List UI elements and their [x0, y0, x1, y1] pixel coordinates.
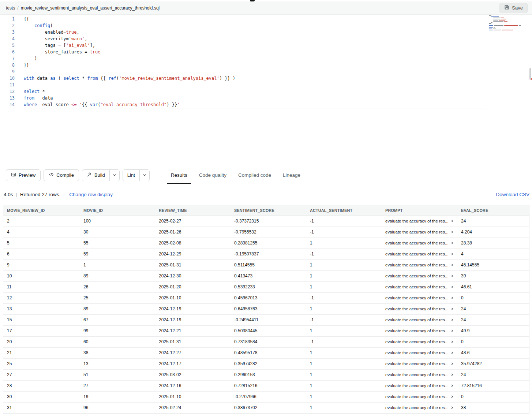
cell-prompt[interactable]: evaluate the accuracy of the res... [382, 248, 457, 259]
cell-review-time: 2025-01-10 [155, 292, 231, 303]
code-line[interactable]: 6 store_failures = true [0, 49, 532, 55]
cell-movie-review-id: 13 [3, 303, 80, 314]
cell-eval-score: 4.204 [457, 227, 529, 238]
preview-button[interactable]: Preview [6, 169, 41, 181]
code-text: from data [23, 95, 53, 101]
cell-eval-score: 24 [457, 314, 529, 325]
expand-prompt-icon [450, 318, 454, 322]
code-line[interactable]: 2 config( [0, 22, 532, 29]
cell-prompt[interactable]: evaluate the accuracy of the res... [382, 369, 457, 380]
code-line[interactable]: 5 tags = ['ai_eval'], [0, 42, 532, 49]
breadcrumb-file: movie_review_sentiment_analysis_eval_ass… [21, 5, 160, 11]
code-line[interactable]: 9 [0, 68, 532, 75]
tab-results[interactable]: Results [165, 167, 193, 184]
cell-actual-sentiment: -1 [306, 216, 382, 227]
expand-prompt-icon [450, 340, 454, 344]
cell-movie-id: 38 [80, 347, 155, 358]
prompt-expand[interactable]: evaluate the accuracy of the res... [385, 373, 454, 377]
prompt-expand[interactable]: evaluate the accuracy of the res... [385, 263, 454, 267]
prompt-expand[interactable]: evaluate the accuracy of the res... [385, 307, 454, 311]
results-table: MOVIE_REVIEW_IDMOVIE_IDREVIEW_TIMESENTIM… [3, 205, 529, 414]
cell-prompt[interactable]: evaluate the accuracy of the res... [382, 292, 457, 303]
cell-prompt[interactable]: evaluate the accuracy of the res... [382, 325, 457, 336]
prompt-expand[interactable]: evaluate the accuracy of the res... [385, 241, 454, 245]
cell-prompt[interactable]: evaluate the accuracy of the res... [382, 303, 457, 314]
download-csv-link[interactable]: Download CSV [496, 192, 529, 197]
cell-prompt[interactable]: evaluate the accuracy of the res... [382, 227, 457, 238]
cell-actual-sentiment: 1 [306, 238, 382, 248]
build-dropdown-button[interactable] [109, 170, 119, 181]
prompt-expand[interactable]: evaluate the accuracy of the res... [385, 296, 454, 300]
tab-code-quality[interactable]: Code quality [193, 167, 232, 184]
cell-prompt[interactable]: evaluate the accuracy of the res... [382, 216, 457, 227]
lint-button-label: Lint [127, 172, 135, 178]
cell-prompt[interactable]: evaluate the accuracy of the res... [382, 358, 457, 369]
prompt-expand[interactable]: evaluate the accuracy of the res... [385, 351, 454, 355]
cell-prompt[interactable]: evaluate the accuracy of the res... [382, 281, 457, 292]
cell-prompt[interactable]: evaluate the accuracy of the res... [382, 402, 457, 413]
cell-prompt[interactable]: evaluate the accuracy of the res... [382, 270, 457, 281]
cell-prompt[interactable]: evaluate the accuracy of the res... [382, 336, 457, 347]
cell-prompt[interactable]: evaluate the accuracy of the res... [382, 314, 457, 325]
cell-prompt[interactable]: evaluate the accuracy of the res... [382, 347, 457, 358]
prompt-expand[interactable]: evaluate the accuracy of the res... [385, 384, 454, 388]
cell-movie-id: 19 [80, 391, 155, 402]
cell-prompt[interactable]: evaluate the accuracy of the res... [382, 238, 457, 248]
prompt-expand[interactable]: evaluate the accuracy of the res... [385, 329, 454, 333]
code-line[interactable]: 8}} [0, 62, 532, 68]
code-line[interactable]: 14where eval_score <= '{{ var("eval_accu… [0, 101, 532, 108]
code-line[interactable]: 13from data [0, 95, 532, 101]
file-header-bar: tests / movie_review_sentiment_analysis_… [0, 1, 532, 15]
change-row-display-link[interactable]: Change row display [69, 192, 113, 197]
prompt-expand[interactable]: evaluate the accuracy of the res... [385, 219, 454, 223]
table-row: 21382024-12-270.485951781evaluate the ac… [3, 347, 529, 358]
build-button[interactable]: Build [82, 170, 109, 181]
prompt-expand[interactable]: evaluate the accuracy of the res... [385, 318, 454, 322]
cell-prompt[interactable]: evaluate the accuracy of the res... [382, 380, 457, 391]
minimap[interactable] [487, 15, 528, 31]
prompt-expand[interactable]: evaluate the accuracy of the res... [385, 340, 454, 344]
line-number: 1 [0, 16, 23, 22]
cell-movie-review-id: 11 [3, 281, 80, 292]
cell-movie-review-id: 31 [3, 402, 80, 413]
code-line[interactable]: 11 [0, 82, 532, 88]
code-text: enabled=true, [23, 29, 79, 35]
prompt-expand[interactable]: evaluate the accuracy of the res... [385, 252, 454, 256]
code-text [23, 68, 24, 75]
breadcrumb-folder[interactable]: tests [6, 5, 15, 11]
column-header-sentiment_score: SENTIMENT_SCORE [231, 205, 306, 216]
code-editor[interactable]: 1{{2 config(3 enabled=true,4 severity='w… [0, 15, 532, 167]
cell-prompt[interactable]: evaluate the accuracy of the res... [382, 259, 457, 270]
cell-prompt[interactable]: evaluate the accuracy of the res... [382, 391, 457, 402]
table-body: 21002025-02-27-0.37372315-1evaluate the … [3, 216, 529, 413]
save-button[interactable]: Save [499, 3, 528, 13]
cell-eval-score: 24 [457, 369, 529, 380]
lint-button[interactable]: Lint [123, 170, 139, 181]
prompt-preview-text: evaluate the accuracy of the res... [385, 285, 449, 289]
prompt-preview-text: evaluate the accuracy of the res... [385, 274, 449, 278]
prompt-expand[interactable]: evaluate the accuracy of the res... [385, 395, 454, 399]
code-line[interactable]: 1{{ [0, 16, 532, 22]
lint-dropdown-button[interactable] [139, 170, 149, 181]
code-line[interactable]: 7 ) [0, 55, 532, 62]
code-line[interactable]: 10with data as ( select * from {{ ref('m… [0, 75, 532, 82]
cell-sentiment-score: 0.5392233 [231, 281, 306, 292]
prompt-expand[interactable]: evaluate the accuracy of the res... [385, 362, 454, 366]
cell-sentiment-score: 0.35974282 [231, 358, 306, 369]
compile-button[interactable]: Compile [44, 169, 79, 181]
code-line[interactable]: 3 enabled=true, [0, 29, 532, 35]
prompt-expand[interactable]: evaluate the accuracy of the res... [385, 285, 454, 289]
tab-lineage[interactable]: Lineage [277, 167, 306, 184]
expand-prompt-icon [450, 230, 454, 234]
prompt-expand[interactable]: evaluate the accuracy of the res... [385, 230, 454, 234]
tab-compiled-code[interactable]: Compiled code [232, 167, 277, 184]
cell-sentiment-score: 0.48595178 [231, 347, 306, 358]
cell-movie-id: 55 [80, 238, 155, 248]
prompt-expand[interactable]: evaluate the accuracy of the res... [385, 405, 454, 410]
code-line[interactable]: 4 severity='warn', [0, 35, 532, 42]
code-line[interactable]: 12select * [0, 88, 532, 95]
prompt-preview-text: evaluate the accuracy of the res... [385, 405, 449, 410]
cell-movie-id: 26 [80, 281, 155, 292]
prompt-expand[interactable]: evaluate the accuracy of the res... [385, 274, 454, 278]
cell-movie-id: 27 [80, 380, 155, 391]
